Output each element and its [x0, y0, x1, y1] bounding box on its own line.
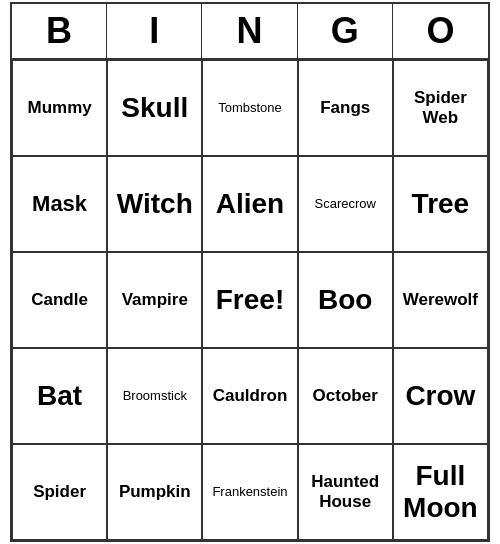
cell-text: Cauldron [213, 386, 288, 406]
bingo-cell: Mummy [12, 60, 107, 156]
bingo-cell: Haunted House [298, 444, 393, 540]
bingo-cell: Tombstone [202, 60, 297, 156]
cell-text: Scarecrow [314, 197, 375, 212]
header-cell: G [298, 4, 393, 58]
bingo-cell: Fangs [298, 60, 393, 156]
bingo-cell: October [298, 348, 393, 444]
cell-text: Skull [121, 92, 188, 124]
header-cell: O [393, 4, 488, 58]
cell-text: Vampire [122, 290, 188, 310]
bingo-cell: Tree [393, 156, 488, 252]
cell-text: Alien [216, 188, 284, 220]
cell-text: Frankenstein [212, 485, 287, 500]
cell-text: Crow [405, 380, 475, 412]
cell-text: Spider [33, 482, 86, 502]
bingo-cell: Mask [12, 156, 107, 252]
bingo-cell: Pumpkin [107, 444, 202, 540]
bingo-cell: Broomstick [107, 348, 202, 444]
header-cell: N [202, 4, 297, 58]
bingo-cell: Frankenstein [202, 444, 297, 540]
bingo-cell: Alien [202, 156, 297, 252]
bingo-cell: Bat [12, 348, 107, 444]
cell-text: Tree [412, 188, 470, 220]
bingo-cell: Candle [12, 252, 107, 348]
cell-text: Broomstick [123, 389, 187, 404]
bingo-cell: Boo [298, 252, 393, 348]
bingo-cell: Cauldron [202, 348, 297, 444]
bingo-cell: Witch [107, 156, 202, 252]
cell-text: Haunted House [303, 472, 388, 511]
cell-text: Fangs [320, 98, 370, 118]
bingo-cell: Scarecrow [298, 156, 393, 252]
bingo-header: BINGO [12, 4, 488, 60]
cell-text: Tombstone [218, 101, 282, 116]
cell-text: Pumpkin [119, 482, 191, 502]
cell-text: Bat [37, 380, 82, 412]
cell-text: Mask [32, 191, 87, 216]
bingo-cell: Vampire [107, 252, 202, 348]
cell-text: Werewolf [403, 290, 478, 310]
bingo-card: BINGO MummySkullTombstoneFangsSpider Web… [10, 2, 490, 542]
cell-text: Free! [216, 284, 284, 316]
header-cell: B [12, 4, 107, 58]
cell-text: October [313, 386, 378, 406]
bingo-cell: Werewolf [393, 252, 488, 348]
bingo-cell: Spider Web [393, 60, 488, 156]
bingo-cell: Crow [393, 348, 488, 444]
cell-text: Witch [117, 188, 193, 220]
bingo-grid: MummySkullTombstoneFangsSpider WebMaskWi… [12, 60, 488, 540]
header-cell: I [107, 4, 202, 58]
bingo-cell: Free! [202, 252, 297, 348]
cell-text: Mummy [27, 98, 91, 118]
cell-text: Boo [318, 284, 372, 316]
cell-text: Spider Web [398, 88, 483, 127]
cell-text: Candle [31, 290, 88, 310]
bingo-cell: Full Moon [393, 444, 488, 540]
bingo-cell: Spider [12, 444, 107, 540]
bingo-cell: Skull [107, 60, 202, 156]
cell-text: Full Moon [398, 460, 483, 524]
